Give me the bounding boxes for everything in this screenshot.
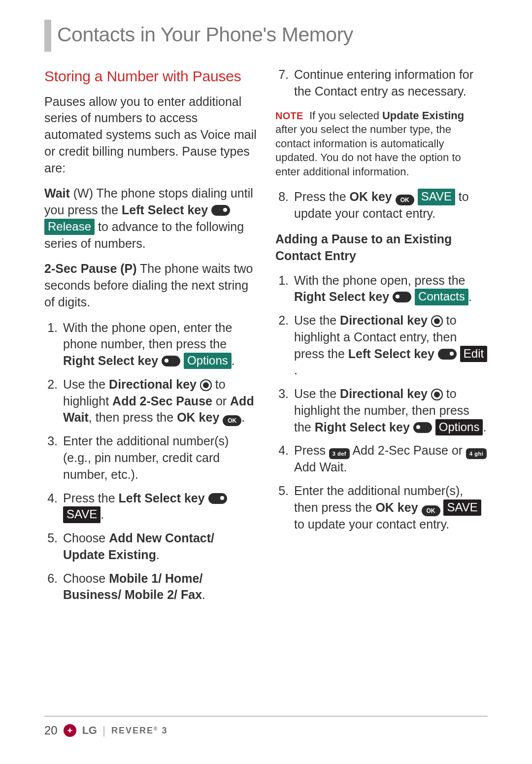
directional-key-label2: Directional key <box>340 313 428 327</box>
step-2: Use the Directional key to highlight Add… <box>61 376 257 427</box>
left-column: Storing a Number with Pauses Pauses allo… <box>44 66 257 612</box>
s4a: Press the <box>63 491 119 505</box>
ok-key-icon: OK <box>223 415 241 426</box>
left-select-key-label: Left Select key <box>122 203 208 217</box>
bstep-5: Enter the additional number(s), then pre… <box>292 483 488 533</box>
save-badge-dark: SAVE <box>443 499 481 516</box>
title-bar: Contacts in Your Phone's Memory <box>44 20 488 52</box>
edit-badge: Edit <box>460 346 487 362</box>
lg-brand-text: LG <box>82 724 97 737</box>
step-5: Choose Add New Contact/ Update Existing. <box>61 530 257 564</box>
steps-list-a: With the phone open, enter the phone num… <box>44 320 257 604</box>
ok-key-label3: OK key <box>375 500 418 514</box>
directional-key-icon3 <box>431 389 443 400</box>
s2e: or <box>212 394 230 408</box>
bstep-4: Press 3 def Add 2-Sec Pause or 4 ghi Add… <box>292 442 488 476</box>
page-footer: 20 ✦ LG | REVERE® 3 <box>44 716 488 737</box>
left-select-key-label3: Left Select key <box>348 347 434 361</box>
wait-code: (W) <box>70 186 97 200</box>
pause2-label: 2-Sec Pause (P) <box>44 262 137 275</box>
note-b: Update Existing <box>382 109 464 122</box>
b3a: Use the <box>294 387 340 400</box>
bstep-2: Use the Directional key to highlight a C… <box>292 312 488 379</box>
note-label: NOTE <box>275 110 303 121</box>
key-3-icon: 3 def <box>329 448 350 459</box>
note-block: NOTE If you selected Update Existing aft… <box>275 109 488 179</box>
directional-key-label: Directional key <box>109 377 197 391</box>
model-name: REVERE® 3 <box>111 726 167 736</box>
section-heading: Storing a Number with Pauses <box>44 66 257 87</box>
b5c: to update your contact entry. <box>294 517 449 531</box>
steps-list-a-cont2: Press the OK key OK SAVE to update your … <box>275 189 488 222</box>
right-column: Continue entering information for the Co… <box>275 66 488 612</box>
s2a: Use the <box>63 377 109 391</box>
step-1: With the phone open, enter the phone num… <box>61 320 257 369</box>
s6c: . <box>202 588 205 601</box>
manual-page: Contacts in Your Phone's Memory Storing … <box>0 0 532 764</box>
ok-key-icon2: OK <box>396 195 414 205</box>
ok-key-label2: OK key <box>350 190 392 203</box>
s1c: . <box>232 354 235 367</box>
s2d: Add 2-Sec Pause <box>112 394 212 408</box>
sub-heading: Adding a Pause to an Existing Contact En… <box>275 231 488 265</box>
directional-key-icon <box>200 379 212 391</box>
s6a: Choose <box>63 571 109 585</box>
content-columns: Storing a Number with Pauses Pauses allo… <box>44 66 488 612</box>
page-title: Contacts in Your Phone's Memory <box>57 24 353 46</box>
key-4-icon: 4 ghi <box>466 448 487 459</box>
bstep-3: Use the Directional key to highlight the… <box>292 386 488 435</box>
steps-list-b: With the phone open, press the Right Sel… <box>275 272 488 533</box>
release-badge: Release <box>44 219 95 235</box>
ok-key-label: OK key <box>177 410 219 424</box>
b1a: With the phone open, press the <box>294 273 465 287</box>
b4a: Press <box>294 443 329 457</box>
footer-divider <box>44 716 488 717</box>
step-7: Continue entering information for the Co… <box>292 66 488 100</box>
left-select-key-label2: Left Select key <box>119 491 205 505</box>
note-c: after you select the number type, the co… <box>275 123 461 178</box>
lg-logo-icon: ✦ <box>64 724 76 737</box>
intro-paragraph: Pauses allow you to enter additional ser… <box>44 94 257 177</box>
s2i: . <box>241 410 245 424</box>
directional-key-icon2 <box>431 315 443 327</box>
options-badge-dark: Options <box>435 419 483 435</box>
b3e: . <box>483 420 486 434</box>
wait-paragraph: Wait (W) The phone stops dialing until y… <box>44 185 257 252</box>
save-badge: SAVE <box>63 506 100 523</box>
step-3: Enter the additional number(s) (e.g., pi… <box>61 433 257 483</box>
b4c: Add Wait. <box>294 460 347 474</box>
steps-list-a-cont: Continue entering information for the Co… <box>275 66 488 100</box>
left-select-key-icon <box>211 205 230 216</box>
page-number: 20 <box>44 724 58 737</box>
s8a: Press the <box>294 190 350 203</box>
options-badge: Options <box>184 353 232 369</box>
ok-key-icon3: OK <box>422 505 440 516</box>
s5a: Choose <box>63 531 109 545</box>
right-select-key-icon <box>162 356 180 366</box>
step-4: Press the Left Select key SAVE. <box>61 490 257 524</box>
s2g: , then press the <box>89 410 177 424</box>
note-a: If you selected <box>309 109 382 122</box>
footer-row: 20 ✦ LG | REVERE® 3 <box>44 724 488 737</box>
s5c: . <box>156 548 160 562</box>
title-indent-bar <box>44 20 51 52</box>
footer-pipe: | <box>102 724 105 737</box>
step-8: Press the OK key OK SAVE to update your … <box>292 189 488 222</box>
left-select-key-icon2 <box>208 493 227 504</box>
model-suffix: 3 <box>162 726 167 735</box>
s4c: . <box>100 507 104 521</box>
bstep-1: With the phone open, press the Right Sel… <box>292 272 488 306</box>
contacts-badge: Contacts <box>415 289 468 305</box>
wait-label: Wait <box>44 186 70 200</box>
model-text: REVERE <box>111 726 154 735</box>
directional-key-label3: Directional key <box>340 387 428 400</box>
right-select-key-icon2 <box>393 292 411 302</box>
step-6: Choose Mobile 1/ Home/ Business/ Mobile … <box>61 570 257 604</box>
save-badge-green: SAVE <box>418 189 455 205</box>
b2e: . <box>294 363 298 377</box>
pause2-paragraph: 2-Sec Pause (P) The phone waits two seco… <box>44 261 257 310</box>
b1c: . <box>468 290 472 303</box>
right-select-key-label3: Right Select key <box>315 420 410 434</box>
s1a: With the phone open, enter the phone num… <box>63 321 232 351</box>
b2a: Use the <box>294 313 340 327</box>
